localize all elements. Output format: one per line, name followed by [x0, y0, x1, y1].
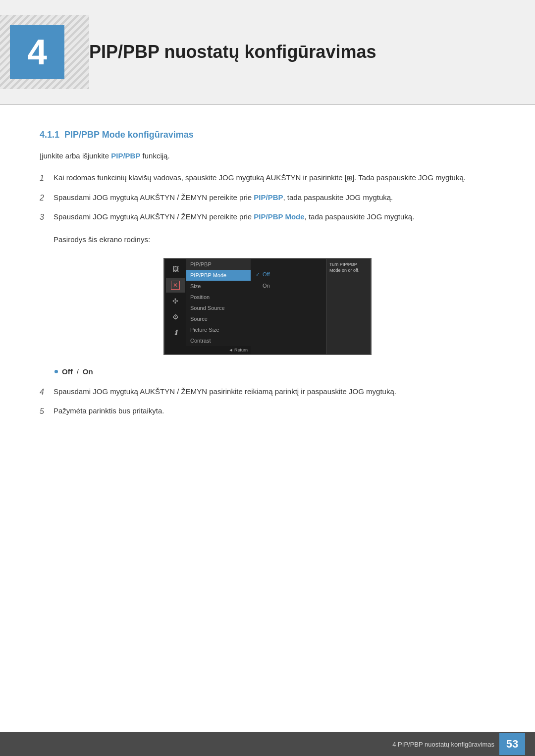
- page-footer: 4 PIP/PBP nuostatų konfigūravimas 53: [0, 732, 535, 756]
- bullet-dot: [54, 370, 58, 373]
- screen-preview-label: Pasirodys šis ekrano rodinys:: [40, 234, 495, 246]
- page-number: 53: [499, 733, 525, 755]
- pip-pbp-highlight-2: PIP/PBP: [254, 193, 283, 202]
- chapter-number: 4: [10, 25, 64, 79]
- menu-item-soundsource[interactable]: Sound Source: [186, 302, 251, 313]
- off-on-bullet: Off / On: [54, 367, 495, 376]
- pip-pbp-highlight-intro: PIP/PBP: [111, 151, 140, 160]
- step-2: 2 Spausdami JOG mygtuką AUKŠTYN / ŽEMYN …: [40, 192, 495, 204]
- monitor-ui: 🖼 ✕ ✣ ⚙ ℹ PIP/PBP PIP/PBP Mode Size Posi…: [163, 258, 372, 355]
- menu-panel: PIP/PBP PIP/PBP Mode Size Position Sound…: [186, 259, 251, 354]
- menu-item-pipmode[interactable]: PIP/PBP Mode: [186, 270, 251, 281]
- chapter-title: PIP/PBP nuostatų konfigūravimas: [89, 42, 376, 62]
- menu-item-position[interactable]: Position: [186, 292, 251, 302]
- pip-mode-highlight: PIP/PBP Mode: [254, 212, 304, 221]
- icon-info: ℹ: [166, 325, 185, 340]
- screen-container: 🖼 ✕ ✣ ⚙ ℹ PIP/PBP PIP/PBP Mode Size Posi…: [40, 258, 495, 355]
- menu-header: PIP/PBP: [186, 259, 251, 270]
- steps-list: 1 Kai rodomas funkcinių klavišų vadovas,…: [40, 172, 495, 224]
- on-label: On: [83, 367, 93, 376]
- submenu-off[interactable]: ✓ Off: [251, 269, 326, 280]
- step-5: 5 Pažymėta parinktis bus pritaikyta.: [40, 405, 495, 418]
- menu-item-source[interactable]: Source: [186, 313, 251, 324]
- steps-list-2: 4 Spausdami JOG mygtuką AUKŠTYN / ŽEMYN …: [40, 386, 495, 418]
- main-content: 4.1.1 PIP/PBP Mode konfigūravimas Įjunki…: [0, 130, 535, 418]
- icons-panel: 🖼 ✕ ✣ ⚙ ℹ: [164, 259, 186, 354]
- step-3: 3 Spausdami JOG mygtuką AUKŠTYN / ŽEMYN …: [40, 211, 495, 224]
- submenu-panel: ✓ Off On: [251, 259, 326, 354]
- info-text: Turn PIP/PBP Mode on or off.: [329, 261, 368, 274]
- submenu-on[interactable]: On: [251, 280, 326, 291]
- icon-x: ✕: [166, 278, 185, 293]
- intro-paragraph: Įjunkite arba išjunkite PIP/PBP funkciją…: [40, 150, 495, 162]
- step-1: 1 Kai rodomas funkcinių klavišų vadovas,…: [40, 172, 495, 185]
- return-bar: ◄ Return: [186, 346, 251, 354]
- menu-item-picturesize[interactable]: Picture Size: [186, 324, 251, 335]
- section-title: 4.1.1 PIP/PBP Mode konfigūravimas: [40, 130, 495, 140]
- check-icon: ✓: [256, 271, 260, 278]
- menu-item-contrast[interactable]: Contrast: [186, 335, 251, 346]
- bullet-section: Off / On: [40, 367, 495, 376]
- off-label: Off: [62, 367, 73, 376]
- icon-move: ✣: [166, 294, 185, 308]
- footer-text: 4 PIP/PBP nuostatų konfigūravimas: [392, 741, 494, 748]
- chapter-number-bg: 4: [0, 15, 89, 89]
- step-4: 4 Spausdami JOG mygtuką AUKŠTYN / ŽEMYN …: [40, 386, 495, 399]
- icon-gear: ⚙: [166, 309, 185, 324]
- icon-picture: 🖼: [166, 262, 185, 277]
- info-panel: Turn PIP/PBP Mode on or off.: [326, 259, 371, 354]
- menu-item-size[interactable]: Size: [186, 281, 251, 292]
- chapter-header: 4 PIP/PBP nuostatų konfigūravimas: [0, 0, 535, 105]
